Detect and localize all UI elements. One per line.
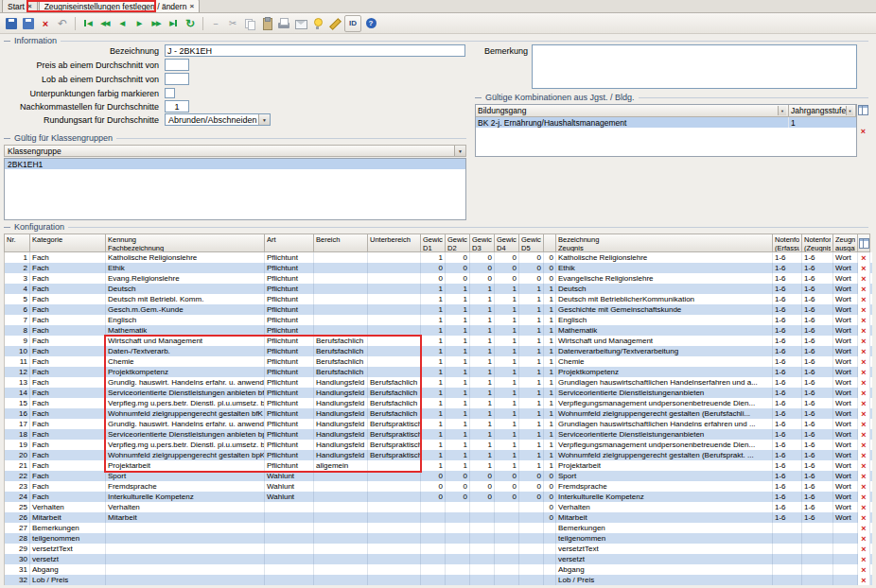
column-header-notenformat-zeugnisdruck[interactable]: Notenformat(Zeugnisdruck) bbox=[802, 233, 833, 252]
table-row[interactable]: 11FachChemiePflichtuntBerufsfachlich1111… bbox=[5, 356, 872, 367]
column-header-gewicht-d1[interactable]: GewichtD1 bbox=[421, 233, 446, 252]
hint-icon[interactable] bbox=[310, 16, 325, 31]
table-row[interactable]: 15FachVerpfleg.mg u.pers.betr. Dienstl. … bbox=[5, 398, 872, 408]
bezeichnung-input[interactable] bbox=[165, 44, 465, 57]
delete-row-icon[interactable]: × bbox=[861, 378, 866, 388]
table-row[interactable]: 17FachGrundlg. hauswirt. Handelns erfahr… bbox=[5, 419, 872, 429]
table-row[interactable]: 7FachEnglischPflichtunt111111Englisch1-6… bbox=[5, 315, 872, 325]
edit-icon[interactable] bbox=[327, 16, 342, 31]
column-options-icon[interactable] bbox=[858, 105, 868, 115]
tab-close-icon[interactable]: × bbox=[27, 3, 32, 10]
table-row[interactable]: 13FachGrundlg. hauswirt. Handelns erfahr… bbox=[5, 377, 872, 388]
save-icon[interactable] bbox=[4, 16, 19, 31]
column-header-bereich[interactable]: Bereich bbox=[314, 233, 368, 252]
table-row[interactable]: 2FachEthikPflichtunt000000Ethik1-61-6Wor… bbox=[5, 263, 872, 273]
delete-row-icon[interactable]: × bbox=[861, 555, 866, 564]
delete-row-icon[interactable]: × bbox=[861, 472, 866, 481]
table-row[interactable]: 12FachProjektkompetenzPflichtuntBerufsfa… bbox=[5, 367, 872, 377]
table-row[interactable]: 25VerhaltenVerhalten0Verhalten1-61-6Wort… bbox=[5, 502, 872, 512]
delete-row-icon[interactable]: × bbox=[861, 399, 866, 408]
tab-zeugniseinstellungen[interactable]: Zeugniseinstellungen festlegen / ändern× bbox=[39, 0, 200, 12]
delete-row-icon[interactable]: × bbox=[861, 337, 866, 346]
column-header-zeugnisausgabe[interactable]: Zeugnis-ausgabe bbox=[833, 233, 858, 252]
column-header-unterbereich[interactable]: Unterbereich bbox=[368, 233, 421, 252]
table-row[interactable]: 29versetztTextversetztText× bbox=[5, 544, 872, 554]
delete-row-icon[interactable]: × bbox=[861, 503, 866, 512]
kombination-row[interactable]: BK 2-j. Ernährung/Haushaltsmanagement1 bbox=[476, 117, 856, 128]
table-row[interactable]: 14FachServiceorientierte Dienstleistunge… bbox=[5, 388, 872, 398]
bemerkung-textarea[interactable] bbox=[532, 44, 857, 89]
rundungsart-select[interactable]: Abrunden/Abschneiden ▼ bbox=[165, 113, 271, 126]
delete-row-icon[interactable]: × bbox=[861, 264, 866, 273]
delete-row-icon[interactable]: × bbox=[861, 513, 866, 523]
delete-row-icon[interactable]: × bbox=[861, 430, 866, 440]
nav-prior-icon[interactable]: ◀ bbox=[114, 16, 130, 31]
table-row[interactable]: 31AbgangAbgang× bbox=[5, 564, 872, 575]
remove-icon[interactable]: – bbox=[208, 16, 223, 31]
delete-row-icon[interactable]: × bbox=[861, 295, 866, 304]
table-row[interactable]: 16FachWohnumfeld zielgruppengerecht gest… bbox=[5, 408, 872, 419]
tab-start[interactable]: Start× bbox=[2, 0, 38, 12]
column-header-jahrgangsstufe[interactable]: Jahrgangsstufe ▼ bbox=[789, 105, 856, 116]
delete-row-icon[interactable]: × bbox=[861, 534, 866, 544]
lob-input[interactable] bbox=[165, 73, 189, 85]
delete-row-icon[interactable]: × bbox=[861, 441, 866, 450]
nav-first-icon[interactable]: ◀ bbox=[80, 16, 96, 31]
table-row[interactable]: 26MitarbeitMitarbeit0Mitarbeit1-61-6Wort… bbox=[5, 512, 872, 523]
column-header-notenformat-erfassung[interactable]: Notenformat(Erfassung) bbox=[773, 233, 802, 252]
column-header-bezeichnung-zeugnis[interactable]: BezeichnungZeugnis bbox=[556, 233, 773, 252]
delete-row-icon[interactable]: × bbox=[861, 420, 866, 429]
chevron-down-icon[interactable]: ▼ bbox=[454, 146, 465, 156]
column-header-art[interactable]: Art bbox=[265, 233, 314, 252]
delete-row-icon[interactable]: × bbox=[861, 326, 866, 336]
delete-row-icon[interactable]: × bbox=[861, 274, 866, 284]
table-row[interactable]: 22FachSportWahlunt000000Sport1-61-6Wort× bbox=[5, 471, 872, 481]
tab-close-icon[interactable]: × bbox=[189, 3, 194, 10]
delete-row-icon[interactable]: × bbox=[861, 316, 866, 325]
table-row[interactable]: 1FachKatholische ReligionslehrePflichtun… bbox=[5, 252, 872, 263]
nav-prior-page-icon[interactable]: ◀◀ bbox=[97, 16, 113, 31]
unterpunktungen-checkbox[interactable] bbox=[165, 88, 175, 98]
delete-row-icon[interactable]: × bbox=[861, 493, 866, 502]
copy-icon[interactable] bbox=[242, 16, 257, 31]
delete-row-icon[interactable]: × bbox=[861, 285, 866, 294]
delete-row-icon[interactable]: × bbox=[861, 357, 866, 367]
chevron-down-icon[interactable]: ▼ bbox=[778, 106, 786, 115]
klassengruppe-row[interactable]: 2BK1EH1 bbox=[5, 159, 465, 169]
export-icon[interactable] bbox=[21, 16, 36, 31]
table-row[interactable]: 21FachProjektarbeitPflichtuntallgemein11… bbox=[5, 460, 872, 471]
table-row[interactable]: 28teilgenommenteilgenommen× bbox=[5, 533, 872, 544]
table-row[interactable]: 18FachServiceorientierte Dienstleistunge… bbox=[5, 429, 872, 440]
table-row[interactable]: 32Lob / PreisLob / Preis× bbox=[5, 575, 872, 585]
chevron-down-icon[interactable]: ▼ bbox=[258, 114, 270, 125]
column-header-gewicht-d3[interactable]: GewichtD3 bbox=[470, 233, 495, 252]
column-header-bildungsgang[interactable]: Bildungsgang ▼ bbox=[476, 105, 789, 116]
print-icon[interactable] bbox=[276, 16, 291, 31]
table-row[interactable]: 6FachGesch.m.Gem.-KundePflichtunt111111G… bbox=[5, 304, 872, 315]
delete-row-icon[interactable]: × bbox=[861, 576, 866, 585]
mail-icon[interactable] bbox=[293, 16, 308, 31]
chevron-down-icon[interactable]: ▼ bbox=[846, 106, 853, 115]
nav-last-icon[interactable]: ▶ bbox=[166, 16, 181, 31]
delete-row-icon[interactable]: × bbox=[861, 368, 866, 377]
column-header-gewicht-d4[interactable]: GewichtD4 bbox=[495, 233, 519, 252]
table-row[interactable]: 3FachEvang.ReligionslehrePflichtunt00000… bbox=[5, 273, 872, 284]
nav-next-icon[interactable]: ▶ bbox=[131, 16, 147, 31]
delete-row-icon[interactable]: × bbox=[861, 461, 866, 471]
table-row[interactable]: 19FachVerpfleg.mg u.pers.betr. Dienstl. … bbox=[5, 440, 872, 450]
column-header-gewicht-zeugnis[interactable] bbox=[544, 233, 556, 252]
table-row[interactable]: 4FachDeutschPflichtunt111111Deutsch1-61-… bbox=[5, 284, 872, 294]
paste-icon[interactable] bbox=[259, 16, 274, 31]
table-row[interactable]: 27BemerkungenBemerkungen× bbox=[5, 523, 872, 533]
delete-row-icon[interactable]: × bbox=[861, 347, 866, 356]
delete-row-icon[interactable]: × bbox=[861, 482, 866, 492]
delete-row-icon[interactable]: × bbox=[861, 389, 866, 398]
klassengruppe-column-header[interactable]: Klassengruppe ▼ bbox=[4, 145, 466, 157]
table-row[interactable]: 10FachDaten-/Textverarb.PflichtuntBerufs… bbox=[5, 346, 872, 356]
table-row[interactable]: 24FachInterkulturelle KompetenzWahlunt00… bbox=[5, 492, 872, 502]
column-header-kategorie[interactable]: Kategorie bbox=[30, 233, 106, 252]
column-options-icon[interactable] bbox=[859, 238, 869, 249]
refresh-icon[interactable]: ↻ bbox=[183, 16, 198, 31]
preis-input[interactable] bbox=[165, 59, 189, 71]
table-row[interactable]: 8FachMathematikPflichtunt111111Mathemati… bbox=[5, 325, 872, 336]
